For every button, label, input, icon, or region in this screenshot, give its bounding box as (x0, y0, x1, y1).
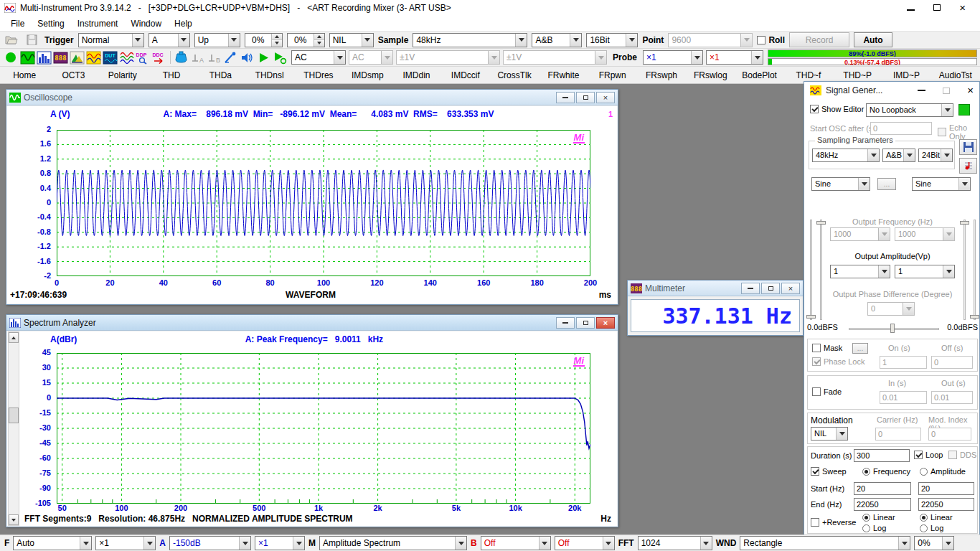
menu-file[interactable]: File (4, 17, 31, 31)
scroll-down-button[interactable] (9, 514, 19, 525)
multimeter-icon[interactable]: 888 (52, 50, 69, 65)
slider-handle[interactable] (806, 315, 816, 319)
device-under-test-icon[interactable]: DUT (102, 50, 118, 65)
probe-a-combo[interactable]: ×1 (643, 50, 703, 65)
play-loop-icon[interactable] (272, 50, 288, 65)
sound-device-icon[interactable] (173, 50, 189, 65)
trigger-hpf-combo[interactable]: NIL (329, 33, 374, 47)
run-icon[interactable] (3, 50, 19, 65)
sweep-start-a-input[interactable]: 20 (854, 482, 911, 495)
b-mult-combo[interactable]: Off (555, 536, 615, 550)
play-icon[interactable] (255, 50, 272, 65)
derived-data-point-icon[interactable]: DDP (135, 50, 151, 65)
app-minimize-button[interactable] (907, 3, 915, 13)
sg-bits-combo[interactable]: 24Bit (918, 149, 953, 162)
tab-imdsmp[interactable]: IMDsmp (343, 67, 392, 83)
sweep-end-b-input[interactable]: 22050 (918, 498, 974, 511)
menu-window[interactable]: Window (124, 17, 168, 31)
signal-generator-titlebar[interactable]: Signal Gener... × (804, 82, 979, 99)
sg-save-button[interactable] (959, 139, 977, 155)
window-fn-combo[interactable]: Rectangle (740, 536, 910, 550)
probe-calibration-icon[interactable] (222, 50, 239, 65)
linear-b-radio[interactable]: Linear (920, 513, 953, 522)
loop-checkbox[interactable]: Loop (914, 451, 943, 459)
scroll-thumb[interactable] (9, 408, 19, 423)
roll-checkbox[interactable]: Roll (757, 35, 785, 45)
slider-handle[interactable] (960, 221, 969, 225)
a-mult-combo[interactable]: ×1 (255, 536, 305, 550)
probe-b-combo[interactable]: ×1 (706, 50, 763, 65)
trigger-delay-spinner[interactable]: 0% (287, 33, 325, 47)
waveform-a-combo[interactable]: Sine (811, 177, 870, 191)
spectrum-scrollbar[interactable] (8, 331, 19, 526)
tab-thdnsl[interactable]: THDnsl (245, 67, 293, 83)
spectrum-titlebar[interactable]: Spectrum Analyzer × (6, 315, 618, 331)
fade-checkbox[interactable]: Fade (812, 387, 842, 396)
oscilloscope-titlebar[interactable]: Oscilloscope × (6, 90, 618, 105)
tab-crosstlk[interactable]: CrossTlk (490, 67, 539, 83)
sweep-amplitude-radio[interactable]: Amplitude (920, 467, 966, 476)
linear-a-radio[interactable]: Linear (862, 513, 895, 522)
tab-thd[interactable]: THD (147, 67, 196, 83)
menu-help[interactable]: Help (168, 17, 199, 31)
sound-volume-icon[interactable] (239, 50, 255, 65)
sample-channels-combo[interactable]: A&B (532, 33, 582, 47)
signal-generator-close-button[interactable]: × (967, 87, 974, 94)
save-file-icon[interactable] (24, 32, 40, 47)
tab-home[interactable]: Home (0, 67, 49, 83)
tab-frpwn[interactable]: FRpwn (588, 67, 637, 83)
app-maximize-button[interactable] (933, 3, 941, 13)
sg-channels-combo[interactable]: A&B (882, 149, 915, 162)
sample-rate-combo[interactable]: 48kHz (413, 33, 527, 47)
amplitude-b-combo[interactable]: 1 (895, 265, 955, 278)
menu-instrument[interactable]: Instrument (71, 17, 125, 31)
multimeter-restore-button[interactable] (761, 283, 780, 294)
a-range-combo[interactable]: -150dB (169, 536, 251, 550)
modulation-combo[interactable]: NIL (811, 427, 848, 441)
log-b-radio[interactable]: Log (920, 524, 943, 532)
spectrum-close-button[interactable]: × (596, 317, 615, 329)
mask-checkbox[interactable]: Mask (812, 344, 842, 352)
waveform-b-combo[interactable]: Sine (912, 177, 971, 191)
slider-handle[interactable] (970, 315, 979, 319)
slider-handle[interactable] (816, 221, 826, 225)
tab-imdccif[interactable]: IMDccif (441, 67, 490, 83)
oscilloscope-minimize-button[interactable] (556, 92, 575, 103)
trigger-mode-combo[interactable]: Normal (78, 33, 144, 47)
tab-oct3[interactable]: OCT3 (49, 67, 98, 83)
trigger-edge-combo[interactable]: Up (194, 33, 240, 47)
app-close-button[interactable]: × (959, 4, 966, 11)
oscilloscope-restore-button[interactable] (576, 92, 595, 103)
derived-data-curves-icon[interactable] (118, 50, 135, 65)
trigger-source-combo[interactable]: A (149, 33, 190, 47)
signal-generator-minimize-button[interactable] (918, 90, 925, 91)
overlap-combo[interactable]: 0% (914, 536, 954, 550)
sweep-frequency-radio[interactable]: Frequency (862, 467, 910, 476)
sample-bits-combo[interactable]: 16Bit (586, 33, 638, 47)
multimeter-minimize-button[interactable] (741, 283, 760, 294)
amplitude-a-combo[interactable]: 1 (830, 265, 890, 278)
amplitude-slider-b-outer[interactable] (974, 220, 976, 320)
show-editor-checkbox[interactable]: Show Editor (810, 105, 864, 113)
sg-rate-combo[interactable]: 48kHz (812, 149, 880, 162)
spectrum-3d-plot-icon[interactable] (69, 50, 85, 65)
sweep-end-a-input[interactable]: 22050 (854, 498, 911, 511)
amplitude-slider-b-inner[interactable] (963, 220, 966, 320)
spectrum-analyzer-icon[interactable] (36, 50, 52, 65)
amplitude-slider-a-outer[interactable] (810, 220, 812, 320)
coupling-a-combo[interactable]: AC (291, 50, 346, 65)
sg-play-note-button[interactable] (959, 158, 977, 174)
tab-imddin[interactable]: IMDdin (392, 67, 440, 83)
b-range-combo[interactable]: Off (481, 536, 551, 550)
view-mode-combo[interactable]: Amplitude Spectrum (319, 536, 467, 550)
multimeter-close-button[interactable]: × (781, 283, 800, 294)
signal-generator-icon[interactable] (85, 50, 102, 65)
tab-polarity[interactable]: Polarity (98, 67, 147, 83)
spectrum-restore-button[interactable] (576, 317, 595, 329)
tab-thdres[interactable]: THDres (294, 67, 343, 83)
tab-bodeplot[interactable]: BodePlot (735, 67, 783, 83)
oscilloscope-icon[interactable] (19, 50, 36, 65)
tab-thda[interactable]: THDa (196, 67, 245, 83)
tab-frswph[interactable]: FRswph (637, 67, 686, 83)
balance-slider-handle[interactable] (890, 324, 895, 333)
